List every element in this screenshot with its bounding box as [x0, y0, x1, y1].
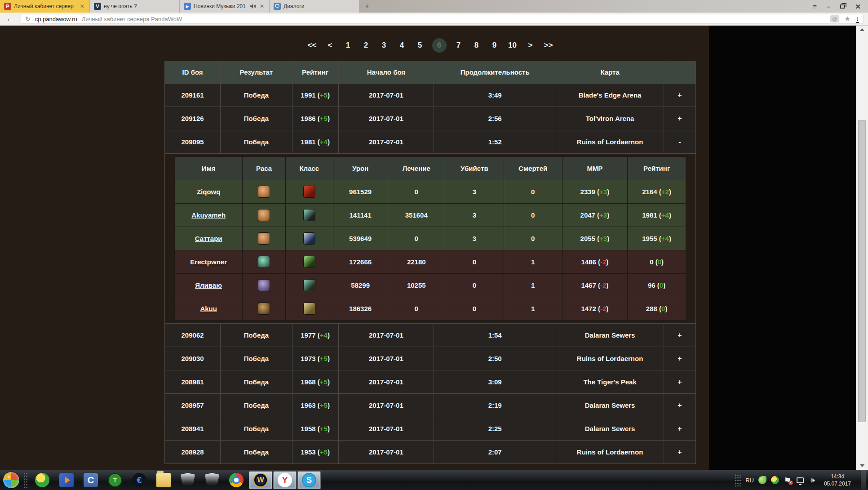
bookmark-star-icon[interactable]: ★: [845, 15, 850, 23]
battle-rating-cell: 1986 (+5): [292, 107, 338, 130]
scroll-up-icon[interactable]: [860, 28, 864, 31]
pagination-item-3[interactable]: 3: [378, 39, 390, 52]
battle-expand-button[interactable]: +: [664, 417, 696, 441]
blue-app-icon[interactable]: C: [79, 471, 102, 489]
media-player-icon[interactable]: [55, 471, 78, 489]
mediaget-tray-icon[interactable]: [771, 476, 779, 484]
address-bar[interactable]: ↻ cp.pandawow.ru Личный кабинет сервера …: [21, 14, 864, 24]
battle-cell: 2017-07-01: [338, 84, 434, 107]
pagination-item-6[interactable]: 6: [432, 38, 447, 53]
player-link[interactable]: Яливаю: [195, 281, 222, 289]
start-button[interactable]: [3, 472, 20, 489]
player-link[interactable]: Erectpwner: [190, 258, 227, 266]
cheat-engine-icon[interactable]: €: [128, 471, 151, 489]
pagination-item-prev[interactable]: <: [324, 39, 336, 52]
pagination-item-prevprev[interactable]: <<: [306, 39, 318, 52]
players-header-cell: Раса: [243, 157, 286, 180]
player-rating-cell: 1955 (+4): [628, 227, 686, 250]
clock[interactable]: 14:34 05.07.2017: [821, 473, 854, 487]
action-center-icon[interactable]: ✕: [784, 476, 792, 484]
pagination-item-2[interactable]: 2: [360, 39, 372, 52]
tab-диалоги[interactable]: 🗨Диалоги: [270, 0, 359, 13]
battle-cell: 208928: [165, 441, 221, 464]
explorer-icon-glyph: [156, 473, 171, 487]
player-stat-cell: 0: [388, 180, 445, 204]
wot-icon[interactable]: [176, 471, 199, 489]
player-link[interactable]: Akuyameh: [191, 211, 226, 219]
tab-личный-кабинет-сервер[interactable]: PЛичный кабинет сервер✕: [0, 0, 90, 13]
player-stat-cell: 0: [504, 180, 562, 204]
battle-expand-button[interactable]: +: [664, 107, 696, 130]
play-icon: ▶: [184, 3, 191, 10]
battle-cell: Победа: [221, 347, 292, 370]
scrollbar[interactable]: [856, 26, 868, 470]
battle-expand-button[interactable]: +: [664, 84, 696, 107]
antivirus-icon[interactable]: [758, 476, 766, 484]
battle-expand-button[interactable]: +: [664, 441, 696, 464]
pagination-item-5[interactable]: 5: [414, 39, 426, 52]
volume-icon[interactable]: 🕪: [809, 476, 817, 484]
battle-expand-button[interactable]: +: [664, 324, 696, 347]
pagination-item-1[interactable]: 1: [342, 39, 354, 52]
pagination-item-4[interactable]: 4: [396, 39, 408, 52]
new-tab-button[interactable]: +: [359, 0, 375, 13]
battles-header-cell: Результат: [221, 61, 292, 84]
minimize-button[interactable]: –: [827, 3, 830, 10]
battle-expand-button[interactable]: +: [664, 394, 696, 417]
skype-icon[interactable]: S: [297, 471, 321, 489]
tab-close-icon[interactable]: ✕: [79, 3, 85, 9]
explorer-icon[interactable]: [152, 471, 175, 489]
site-badge-icon[interactable]: @: [830, 15, 839, 22]
restore-button[interactable]: [840, 4, 845, 9]
battle-cell: Dalaran Sewers: [556, 394, 664, 417]
chrome-icon[interactable]: [225, 471, 248, 489]
hidden-icons-button[interactable]: [735, 474, 741, 486]
pagination-item-9[interactable]: 9: [489, 39, 500, 52]
show-desktop-button[interactable]: [861, 470, 866, 490]
scroll-down-icon[interactable]: [860, 464, 864, 467]
wot-test-icon[interactable]: [200, 471, 224, 489]
battle-expand-button[interactable]: +: [664, 347, 696, 370]
pagination-item-next[interactable]: >: [525, 39, 536, 52]
blood-elf-icon: [258, 209, 270, 221]
battle-expand-button[interactable]: +: [664, 370, 696, 394]
yandex-browser-icon[interactable]: Y: [273, 471, 297, 489]
scrollbar-thumb[interactable]: [858, 120, 866, 422]
battle-cell: Победа: [221, 394, 292, 417]
battle-cell: Победа: [221, 130, 292, 154]
pagination-item-10[interactable]: 10: [507, 39, 518, 52]
battle-row: 209161Победа1991 (+5)2017-07-013:49Blade…: [165, 84, 696, 107]
wow-icon[interactable]: W: [249, 471, 272, 489]
pagination-item-nextnext[interactable]: >>: [543, 39, 554, 52]
players-detail-cell: ИмяРасаКлассУронЛечениеУбийствСмертейММР…: [165, 154, 696, 324]
player-stat-cell: 0: [388, 297, 445, 321]
player-link[interactable]: Саттари: [195, 235, 222, 242]
battle-cell: 2017-07-01: [338, 417, 434, 441]
page-content: <<<12345678910>>> ID бояРезультатРейтинг…: [0, 26, 709, 470]
pagination-item-7[interactable]: 7: [453, 39, 465, 52]
tab-audio-icon[interactable]: [250, 4, 256, 9]
reload-icon[interactable]: ↻: [25, 15, 31, 22]
tab-новинки-музыки-201[interactable]: ▶Новинки Музыки 201✕: [180, 0, 270, 13]
player-stat-cell: 0: [445, 297, 504, 321]
network-icon[interactable]: [796, 476, 804, 484]
player-link[interactable]: Ziqowq: [197, 188, 221, 196]
language-indicator[interactable]: RU: [745, 477, 754, 484]
mediaget-icon[interactable]: [31, 471, 54, 489]
back-button[interactable]: ←: [4, 14, 16, 23]
taskbar: CT€WYS RU ✕ 🕪 14:34 05.07.2017: [0, 470, 868, 490]
battle-cell: Ruins of Lordaernon: [556, 130, 664, 154]
tab-ну-че-опять-?[interactable]: Vну че опять ?: [90, 0, 180, 13]
url-domain[interactable]: cp.pandawow.ru: [35, 16, 77, 22]
close-button[interactable]: ✕: [855, 3, 861, 10]
test-app-icon[interactable]: T: [103, 471, 127, 489]
battle-cell: 2017-07-01: [338, 324, 434, 347]
tab-close-icon[interactable]: ✕: [259, 3, 265, 9]
player-link[interactable]: Akuu: [200, 305, 217, 312]
battle-expand-button[interactable]: -: [664, 130, 696, 154]
menu-icon[interactable]: ≡: [813, 3, 817, 10]
player-stat-cell: 22180: [388, 250, 445, 274]
pagination-item-8[interactable]: 8: [471, 39, 483, 52]
battle-cell: 2017-07-01: [338, 394, 434, 417]
download-icon[interactable]: ↓: [856, 15, 859, 23]
